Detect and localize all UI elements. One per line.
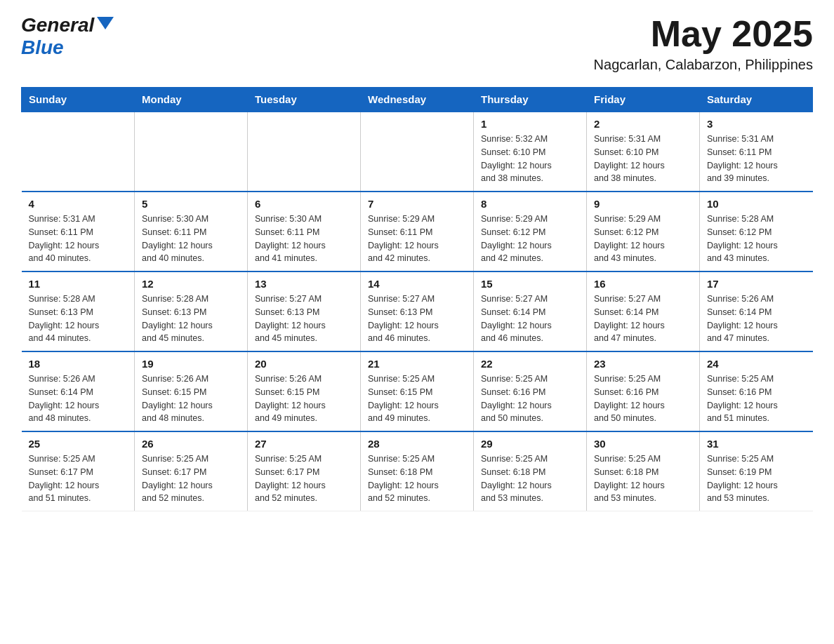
day-sun-info: Sunrise: 5:25 AMSunset: 6:17 PMDaylight:… <box>255 452 353 505</box>
day-number: 26 <box>142 438 240 450</box>
day-number: 15 <box>481 278 579 290</box>
day-sun-info: Sunrise: 5:30 AMSunset: 6:11 PMDaylight:… <box>142 213 240 265</box>
calendar-cell: 20Sunrise: 5:26 AMSunset: 6:15 PMDayligh… <box>248 351 361 431</box>
calendar-cell: 12Sunrise: 5:28 AMSunset: 6:13 PMDayligh… <box>135 271 248 351</box>
day-sun-info: Sunrise: 5:25 AMSunset: 6:16 PMDaylight:… <box>594 373 692 425</box>
day-number: 3 <box>707 118 806 130</box>
calendar-cell: 14Sunrise: 5:27 AMSunset: 6:13 PMDayligh… <box>361 271 474 351</box>
calendar-cell: 29Sunrise: 5:25 AMSunset: 6:18 PMDayligh… <box>474 431 587 511</box>
calendar-cell: 10Sunrise: 5:28 AMSunset: 6:12 PMDayligh… <box>700 192 813 271</box>
day-number: 22 <box>481 358 579 370</box>
day-number: 25 <box>29 438 128 450</box>
weekday-header-tuesday: Tuesday <box>248 88 361 112</box>
calendar-cell: 8Sunrise: 5:29 AMSunset: 6:12 PMDaylight… <box>474 192 587 271</box>
day-sun-info: Sunrise: 5:32 AMSunset: 6:10 PMDaylight:… <box>481 133 579 185</box>
calendar-cell: 25Sunrise: 5:25 AMSunset: 6:17 PMDayligh… <box>22 431 135 511</box>
day-number: 7 <box>368 198 466 210</box>
day-sun-info: Sunrise: 5:27 AMSunset: 6:13 PMDaylight:… <box>255 293 353 345</box>
calendar-cell: 26Sunrise: 5:25 AMSunset: 6:17 PMDayligh… <box>135 431 248 511</box>
day-number: 16 <box>594 278 692 290</box>
calendar-cell: 30Sunrise: 5:25 AMSunset: 6:18 PMDayligh… <box>587 431 700 511</box>
calendar-cell: 6Sunrise: 5:30 AMSunset: 6:11 PMDaylight… <box>248 192 361 271</box>
day-sun-info: Sunrise: 5:28 AMSunset: 6:13 PMDaylight:… <box>29 293 128 345</box>
day-sun-info: Sunrise: 5:25 AMSunset: 6:18 PMDaylight:… <box>481 452 579 505</box>
weekday-header-wednesday: Wednesday <box>361 88 474 112</box>
day-number: 27 <box>255 438 353 450</box>
calendar-cell: 28Sunrise: 5:25 AMSunset: 6:18 PMDayligh… <box>361 431 474 511</box>
day-number: 12 <box>142 278 240 290</box>
week-row-1: 1Sunrise: 5:32 AMSunset: 6:10 PMDaylight… <box>22 112 813 192</box>
calendar-cell: 27Sunrise: 5:25 AMSunset: 6:17 PMDayligh… <box>248 431 361 511</box>
calendar-cell: 16Sunrise: 5:27 AMSunset: 6:14 PMDayligh… <box>587 271 700 351</box>
day-sun-info: Sunrise: 5:27 AMSunset: 6:14 PMDaylight:… <box>481 293 579 345</box>
calendar-cell: 3Sunrise: 5:31 AMSunset: 6:11 PMDaylight… <box>700 112 813 192</box>
day-number: 8 <box>481 198 579 210</box>
calendar-cell <box>248 112 361 192</box>
calendar-cell: 31Sunrise: 5:25 AMSunset: 6:19 PMDayligh… <box>700 431 813 511</box>
day-number: 29 <box>481 438 579 450</box>
calendar-cell: 23Sunrise: 5:25 AMSunset: 6:16 PMDayligh… <box>587 351 700 431</box>
day-number: 24 <box>707 358 806 370</box>
logo: General Blue <box>21 14 114 59</box>
week-row-4: 18Sunrise: 5:26 AMSunset: 6:14 PMDayligh… <box>22 351 813 431</box>
calendar-cell: 1Sunrise: 5:32 AMSunset: 6:10 PMDaylight… <box>474 112 587 192</box>
location-subtitle: Nagcarlan, Calabarzon, Philippines <box>594 57 813 73</box>
day-number: 18 <box>29 358 128 370</box>
day-number: 23 <box>594 358 692 370</box>
day-number: 20 <box>255 358 353 370</box>
day-sun-info: Sunrise: 5:25 AMSunset: 6:18 PMDaylight:… <box>368 452 466 505</box>
day-sun-info: Sunrise: 5:26 AMSunset: 6:14 PMDaylight:… <box>707 293 806 345</box>
week-row-2: 4Sunrise: 5:31 AMSunset: 6:11 PMDaylight… <box>22 192 813 271</box>
day-number: 19 <box>142 358 240 370</box>
day-number: 1 <box>481 118 579 130</box>
day-number: 14 <box>368 278 466 290</box>
day-sun-info: Sunrise: 5:25 AMSunset: 6:17 PMDaylight:… <box>142 452 240 505</box>
day-sun-info: Sunrise: 5:25 AMSunset: 6:16 PMDaylight:… <box>481 373 579 425</box>
day-sun-info: Sunrise: 5:28 AMSunset: 6:13 PMDaylight:… <box>142 293 240 345</box>
day-sun-info: Sunrise: 5:26 AMSunset: 6:14 PMDaylight:… <box>29 373 128 425</box>
calendar-cell: 21Sunrise: 5:25 AMSunset: 6:15 PMDayligh… <box>361 351 474 431</box>
calendar-cell: 13Sunrise: 5:27 AMSunset: 6:13 PMDayligh… <box>248 271 361 351</box>
day-number: 9 <box>594 198 692 210</box>
calendar-cell <box>135 112 248 192</box>
day-number: 28 <box>368 438 466 450</box>
calendar-cell: 15Sunrise: 5:27 AMSunset: 6:14 PMDayligh… <box>474 271 587 351</box>
week-row-5: 25Sunrise: 5:25 AMSunset: 6:17 PMDayligh… <box>22 431 813 511</box>
day-sun-info: Sunrise: 5:29 AMSunset: 6:12 PMDaylight:… <box>481 213 579 265</box>
day-sun-info: Sunrise: 5:25 AMSunset: 6:18 PMDaylight:… <box>594 452 692 505</box>
calendar-table: SundayMondayTuesdayWednesdayThursdayFrid… <box>21 87 813 511</box>
day-sun-info: Sunrise: 5:27 AMSunset: 6:14 PMDaylight:… <box>594 293 692 345</box>
day-sun-info: Sunrise: 5:26 AMSunset: 6:15 PMDaylight:… <box>142 373 240 425</box>
day-sun-info: Sunrise: 5:29 AMSunset: 6:11 PMDaylight:… <box>368 213 466 265</box>
weekday-header-sunday: Sunday <box>22 88 135 112</box>
day-number: 4 <box>29 198 128 210</box>
title-section: May 2025 Nagcarlan, Calabarzon, Philippi… <box>594 14 813 73</box>
day-number: 17 <box>707 278 806 290</box>
day-sun-info: Sunrise: 5:25 AMSunset: 6:16 PMDaylight:… <box>707 373 806 425</box>
day-number: 30 <box>594 438 692 450</box>
logo-blue-text: Blue <box>21 36 64 59</box>
calendar-cell: 9Sunrise: 5:29 AMSunset: 6:12 PMDaylight… <box>587 192 700 271</box>
day-number: 31 <box>707 438 806 450</box>
day-number: 6 <box>255 198 353 210</box>
day-sun-info: Sunrise: 5:31 AMSunset: 6:10 PMDaylight:… <box>594 133 692 185</box>
calendar-cell: 24Sunrise: 5:25 AMSunset: 6:16 PMDayligh… <box>700 351 813 431</box>
day-sun-info: Sunrise: 5:31 AMSunset: 6:11 PMDaylight:… <box>29 213 128 265</box>
day-number: 2 <box>594 118 692 130</box>
calendar-cell <box>361 112 474 192</box>
day-sun-info: Sunrise: 5:27 AMSunset: 6:13 PMDaylight:… <box>368 293 466 345</box>
month-year-title: May 2025 <box>594 14 813 54</box>
day-number: 10 <box>707 198 806 210</box>
day-number: 11 <box>29 278 128 290</box>
day-sun-info: Sunrise: 5:31 AMSunset: 6:11 PMDaylight:… <box>707 133 806 185</box>
day-sun-info: Sunrise: 5:25 AMSunset: 6:17 PMDaylight:… <box>29 452 128 505</box>
calendar-cell: 22Sunrise: 5:25 AMSunset: 6:16 PMDayligh… <box>474 351 587 431</box>
weekday-header-thursday: Thursday <box>474 88 587 112</box>
calendar-cell: 11Sunrise: 5:28 AMSunset: 6:13 PMDayligh… <box>22 271 135 351</box>
calendar-cell: 5Sunrise: 5:30 AMSunset: 6:11 PMDaylight… <box>135 192 248 271</box>
calendar-cell: 17Sunrise: 5:26 AMSunset: 6:14 PMDayligh… <box>700 271 813 351</box>
day-sun-info: Sunrise: 5:26 AMSunset: 6:15 PMDaylight:… <box>255 373 353 425</box>
page-header: General Blue May 2025 Nagcarlan, Calabar… <box>21 14 813 73</box>
calendar-cell: 18Sunrise: 5:26 AMSunset: 6:14 PMDayligh… <box>22 351 135 431</box>
calendar-cell: 4Sunrise: 5:31 AMSunset: 6:11 PMDaylight… <box>22 192 135 271</box>
